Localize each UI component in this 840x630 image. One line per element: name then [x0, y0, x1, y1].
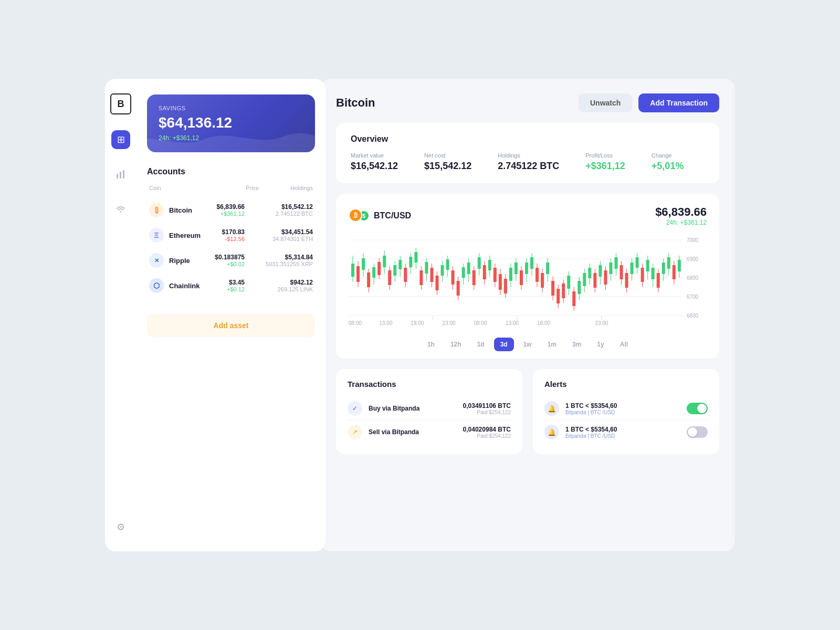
- svg-rect-19: [362, 258, 365, 270]
- account-row-ethereum[interactable]: Ξ Ethereum $170.83 -$12.56 $34,451.54 34…: [147, 223, 315, 248]
- logo: B: [110, 93, 131, 114]
- chainlink-holdings: $942.12 269.125 LINK: [260, 279, 313, 292]
- ethereum-holdings: $34,451.54 34.874301 ETH: [260, 228, 313, 242]
- period-all[interactable]: All: [614, 338, 634, 351]
- account-row-chainlink[interactable]: ⬡ Chainlink $3.45 +$0.12 $942.12 269.125…: [147, 273, 315, 298]
- accounts-header: Coin Price Holdings: [147, 185, 315, 191]
- bitcoin-price: $6,839.66 +$361,12: [217, 203, 245, 217]
- alert-info-2: 1 BTC < $5354,60 Bitpanda | BTC /USD: [565, 426, 687, 439]
- stat-profit-loss: Profit/Loss +$361,12: [585, 152, 625, 172]
- left-content: Savings $64,136.12 24h: +$361,12 Account…: [147, 94, 315, 337]
- sidebar: B ⊞ ⚙: [105, 79, 136, 551]
- bottom-row: Transactions ✓ Buy via Bitpanda 0,034911…: [336, 369, 719, 454]
- svg-rect-29: [388, 270, 391, 285]
- chart-header: ₿ $ BTC/USD $6,839.66 24h: +$361,12: [349, 205, 707, 226]
- svg-rect-101: [572, 291, 575, 306]
- period-12h[interactable]: 12h: [444, 338, 468, 351]
- account-row-bitcoin[interactable]: ₿ Bitcoin $6,839.66 +$361,12 $16,542.12 …: [147, 197, 315, 223]
- transaction-row-sell: ↗ Sell via Bitpanda 0,04020984 BTC Paid …: [348, 421, 511, 444]
- ethereum-price: $170.83 -$12.56: [222, 228, 245, 242]
- svg-rect-122: [625, 273, 628, 288]
- sidebar-item-grid[interactable]: ⊞: [111, 130, 130, 149]
- svg-rect-2: [123, 170, 124, 178]
- svg-rect-124: [631, 262, 634, 274]
- add-transaction-button[interactable]: Add Transaction: [638, 93, 719, 112]
- svg-rect-118: [614, 257, 617, 269]
- svg-rect-70: [494, 268, 497, 282]
- svg-text:23:00: 23:00: [443, 320, 456, 326]
- period-1y[interactable]: 1y: [591, 338, 610, 351]
- unwatch-button[interactable]: Unwatch: [579, 93, 632, 112]
- svg-rect-27: [383, 256, 386, 267]
- chart-card: ₿ $ BTC/USD $6,839.66 24h: +$361,12: [336, 194, 719, 359]
- savings-change: 24h: +$361,12: [159, 134, 303, 142]
- chart-area: 7000 6900 6800 6700 6600: [349, 235, 707, 331]
- alert-icon-1: 🔔: [544, 401, 559, 416]
- svg-rect-56: [457, 281, 460, 296]
- svg-text:6900: 6900: [687, 256, 699, 262]
- svg-rect-33: [398, 260, 402, 269]
- sidebar-item-settings[interactable]: ⚙: [111, 518, 130, 537]
- svg-rect-126: [636, 257, 639, 268]
- svg-rect-81: [520, 270, 523, 285]
- svg-rect-15: [351, 264, 354, 277]
- period-1m[interactable]: 1m: [541, 338, 563, 351]
- svg-text:6600: 6600: [687, 313, 699, 319]
- svg-text:13:00: 13:00: [506, 320, 519, 326]
- svg-rect-25: [377, 262, 381, 275]
- chart-price-display: $6,839.66 24h: +$361,12: [655, 205, 707, 226]
- stat-net-cost: Net cost $15,542.12: [424, 152, 471, 172]
- add-asset-button[interactable]: Add asset: [147, 314, 315, 337]
- svg-rect-60: [467, 262, 470, 274]
- ripple-price: $0.183875 +$0.02: [215, 254, 245, 267]
- period-1w[interactable]: 1w: [517, 338, 538, 351]
- svg-rect-74: [504, 279, 507, 293]
- svg-rect-78: [514, 262, 518, 274]
- svg-rect-120: [620, 265, 623, 279]
- svg-rect-112: [598, 265, 602, 277]
- overview-title: Overview: [351, 134, 705, 144]
- svg-rect-66: [483, 265, 486, 279]
- period-3m[interactable]: 3m: [566, 338, 587, 351]
- svg-rect-68: [488, 260, 491, 270]
- buy-tx-icon: ✓: [348, 401, 362, 416]
- svg-rect-130: [646, 260, 649, 271]
- svg-rect-99: [567, 276, 570, 289]
- sidebar-item-wifi[interactable]: [111, 200, 130, 218]
- savings-card: Savings $64,136.12 24h: +$361,12: [147, 94, 315, 152]
- alert-toggle-1[interactable]: [687, 403, 708, 414]
- svg-rect-85: [530, 257, 533, 269]
- savings-amount: $64,136.12: [159, 114, 303, 131]
- svg-rect-41: [419, 270, 423, 285]
- svg-text:13:00: 13:00: [379, 320, 393, 326]
- app-container: B ⊞ ⚙ Saving: [105, 79, 735, 551]
- svg-rect-83: [525, 262, 528, 274]
- left-panel: B ⊞ ⚙ Saving: [105, 79, 326, 551]
- ethereum-name: Ethereum: [169, 232, 222, 239]
- chainlink-name: Chainlink: [169, 282, 227, 290]
- svg-rect-72: [499, 274, 502, 290]
- transactions-card: Transactions ✓ Buy via Bitpanda 0,034911…: [336, 369, 522, 454]
- bitcoin-name: Bitcoin: [169, 206, 217, 214]
- svg-rect-53: [452, 270, 455, 285]
- sidebar-item-chart[interactable]: [111, 165, 130, 184]
- svg-rect-93: [551, 281, 554, 296]
- svg-text:08:00: 08:00: [349, 320, 362, 326]
- period-3d[interactable]: 3d: [494, 338, 514, 351]
- svg-rect-103: [578, 281, 581, 294]
- alert-toggle-2[interactable]: [687, 426, 708, 438]
- stat-market-value: Market value $16,542.12: [351, 152, 398, 172]
- chainlink-price: $3.45 +$0.12: [227, 279, 245, 292]
- svg-rect-87: [536, 268, 539, 282]
- svg-rect-37: [409, 257, 412, 267]
- account-row-ripple[interactable]: ✕ Ripple $0.183875 +$0.02 $5,314.84 5031…: [147, 248, 315, 273]
- period-1d[interactable]: 1d: [471, 338, 491, 351]
- right-panel: Bitcoin Unwatch Add Transaction Overview…: [320, 79, 735, 551]
- chart-pair: ₿ $ BTC/USD: [349, 208, 411, 223]
- svg-rect-128: [641, 268, 644, 282]
- alert-row-2: 🔔 1 BTC < $5354,60 Bitpanda | BTC /USD: [544, 421, 708, 444]
- period-1h[interactable]: 1h: [421, 338, 441, 351]
- svg-rect-116: [609, 262, 612, 274]
- svg-rect-51: [446, 259, 449, 270]
- savings-label: Savings: [159, 105, 303, 111]
